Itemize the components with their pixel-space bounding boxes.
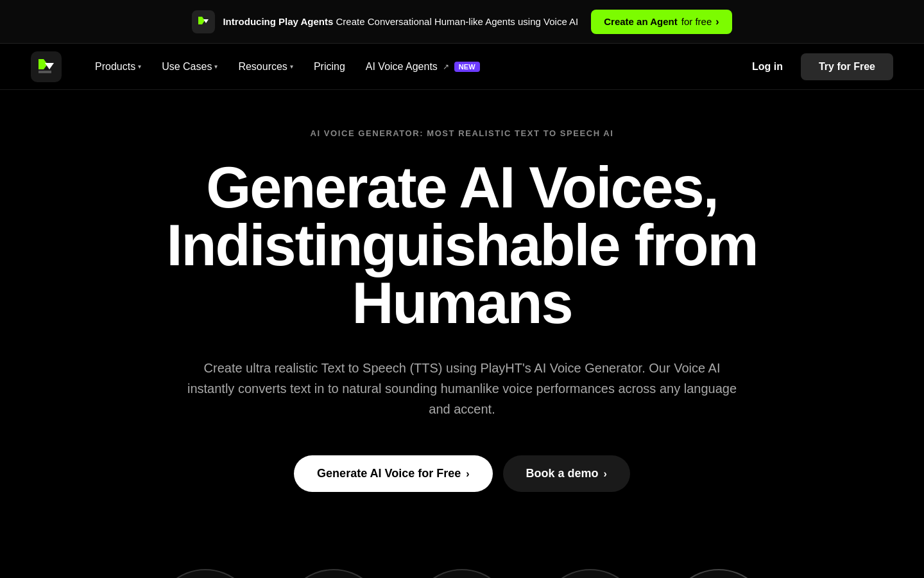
banner-cta-sub: for free bbox=[681, 16, 712, 27]
login-button[interactable]: Log in bbox=[744, 56, 791, 78]
try-free-button[interactable]: Try for Free bbox=[801, 53, 893, 80]
nav-item-ai-voice-agents[interactable]: AI Voice Agents ↗ NEW bbox=[358, 56, 488, 78]
hero-buttons: Generate AI Voice for Free › Book a demo… bbox=[294, 455, 630, 492]
nav-item-resources[interactable]: Resources ▾ bbox=[230, 56, 300, 78]
audio-player-2[interactable] bbox=[282, 569, 385, 578]
secondary-btn-arrow-icon: › bbox=[604, 468, 607, 480]
new-badge: NEW bbox=[454, 62, 480, 72]
top-banner: Introducing Play Agents Create Conversat… bbox=[0, 0, 924, 44]
banner-cta-main: Create an Agent bbox=[604, 16, 677, 27]
banner-cta-arrow-icon: › bbox=[715, 16, 719, 28]
logo[interactable] bbox=[31, 51, 62, 82]
hero-section: AI VOICE GENERATOR: MOST REALISTIC TEXT … bbox=[0, 90, 924, 564]
hero-description: Create ultra realistic Text to Speech (T… bbox=[186, 358, 738, 419]
audio-player-3[interactable] bbox=[411, 569, 513, 578]
banner-logo-icon bbox=[192, 10, 215, 33]
navbar-right: Log in Try for Free bbox=[744, 53, 893, 80]
audio-player-1[interactable] bbox=[154, 569, 257, 578]
svg-rect-1 bbox=[31, 51, 62, 82]
audio-player-4[interactable] bbox=[539, 569, 642, 578]
external-link-icon: ↗ bbox=[443, 62, 449, 71]
resources-chevron-icon: ▾ bbox=[290, 63, 293, 70]
nav-item-pricing[interactable]: Pricing bbox=[306, 56, 353, 78]
nav-item-products[interactable]: Products ▾ bbox=[87, 56, 149, 78]
audio-players-row bbox=[0, 569, 924, 578]
navbar: Products ▾ Use Cases ▾ Resources ▾ Prici… bbox=[0, 44, 924, 90]
generate-voice-button[interactable]: Generate AI Voice for Free › bbox=[294, 455, 492, 492]
navbar-left: Products ▾ Use Cases ▾ Resources ▾ Prici… bbox=[31, 51, 488, 82]
hero-eyebrow: AI VOICE GENERATOR: MOST REALISTIC TEXT … bbox=[311, 128, 614, 138]
hero-title: Generate AI Voices, Indistinguishable fr… bbox=[77, 159, 847, 332]
banner-intro-text: Introducing Play Agents Create Conversat… bbox=[223, 16, 578, 27]
products-chevron-icon: ▾ bbox=[138, 63, 141, 70]
primary-btn-arrow-icon: › bbox=[466, 468, 469, 480]
book-demo-button[interactable]: Book a demo › bbox=[503, 455, 630, 492]
audio-player-5[interactable] bbox=[667, 569, 770, 578]
nav-items: Products ▾ Use Cases ▾ Resources ▾ Prici… bbox=[87, 56, 488, 78]
banner-cta-button[interactable]: Create an Agent for free › bbox=[591, 10, 732, 34]
nav-item-use-cases[interactable]: Use Cases ▾ bbox=[154, 56, 225, 78]
use-cases-chevron-icon: ▾ bbox=[214, 63, 218, 70]
